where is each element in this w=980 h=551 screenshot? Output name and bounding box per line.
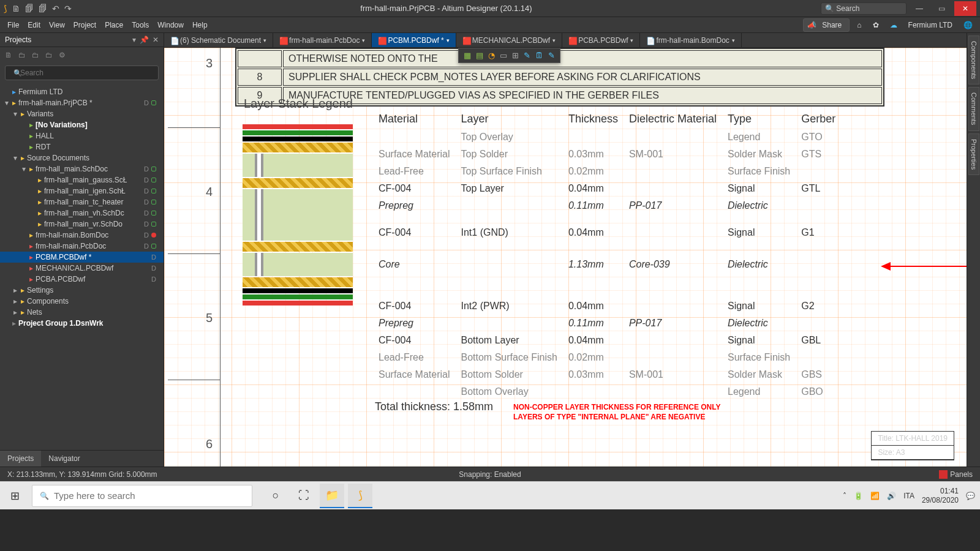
- tree-item[interactable]: ▸ Fermium LTD: [0, 86, 164, 97]
- tree-item[interactable]: ▸ [No Variations]: [0, 119, 164, 130]
- notifications-icon[interactable]: 💬: [966, 492, 975, 500]
- doc-tab[interactable]: 🟥PCBM.PCBDwf * ▾: [372, 33, 456, 47]
- clock[interactable]: 01:41 29/08/2020: [922, 487, 959, 504]
- tree-item[interactable]: ▸ PCBM.PCBDwf *D: [0, 252, 164, 263]
- menu-window[interactable]: Window: [154, 19, 187, 31]
- tool-icon[interactable]: ✎: [524, 51, 530, 60]
- tree-item[interactable]: ▸▸ Settings: [0, 285, 164, 296]
- doc-tab[interactable]: 📄(6) Schematic Document ▾: [164, 33, 273, 47]
- company-label[interactable]: Fermium LTD: [905, 19, 956, 31]
- battery-icon[interactable]: 🔋: [854, 492, 863, 500]
- tree-item[interactable]: ▾▸ Variants: [0, 108, 164, 119]
- tb-icon[interactable]: 🗀: [45, 51, 53, 59]
- volume-icon[interactable]: 🔊: [887, 492, 896, 500]
- wifi-icon[interactable]: 📶: [870, 492, 880, 500]
- tool-icon[interactable]: 🗓: [535, 51, 543, 60]
- home-icon[interactable]: ⌂: [853, 19, 865, 31]
- user-avatar-icon[interactable]: 🌐: [960, 19, 976, 31]
- menu-project[interactable]: Project: [70, 19, 100, 31]
- panel-close-icon[interactable]: ✕: [153, 36, 159, 44]
- app-logo-icon[interactable]: ⟆: [4, 4, 7, 13]
- footer-tab-navigator[interactable]: Navigator: [41, 451, 87, 467]
- tree-item[interactable]: ▾▸ frm-hall-main.PrjPCB *D: [0, 97, 164, 108]
- tree-item[interactable]: ▾▸ Source Documents: [0, 152, 164, 163]
- cloud-icon[interactable]: ☁: [886, 19, 901, 31]
- search-icon: 🔍: [40, 492, 49, 500]
- tree-item[interactable]: ▸ frm-hall_main_vr.SchDoD: [0, 219, 164, 230]
- tree-item[interactable]: ▸ MECHANICAL.PCBDwfD: [0, 263, 164, 274]
- tb-icon[interactable]: ↷: [64, 4, 72, 13]
- tb-icon[interactable]: ↶: [52, 4, 59, 13]
- altium-icon[interactable]: ⟆: [348, 484, 372, 508]
- menu-help[interactable]: Help: [189, 19, 211, 31]
- close-button[interactable]: ✕: [954, 1, 976, 16]
- explorer-icon[interactable]: 📁: [320, 484, 344, 508]
- panel-pin-icon[interactable]: 📌: [140, 36, 149, 44]
- tree-item[interactable]: ▸ RDT: [0, 141, 164, 152]
- footer-tab-projects[interactable]: Projects: [0, 451, 41, 467]
- window-title: frm-hall-main.PrjPCB - Altium Designer (…: [72, 4, 821, 13]
- panel-dropdown-icon[interactable]: ▾: [132, 36, 136, 44]
- tool-icon[interactable]: ▭: [500, 51, 507, 60]
- panel-title: Projects: [5, 36, 31, 44]
- menu-tools[interactable]: Tools: [128, 19, 153, 31]
- task-view-icon[interactable]: ⛶: [292, 484, 316, 508]
- tool-icon[interactable]: ▤: [476, 51, 483, 60]
- side-tab-components[interactable]: Components: [968, 36, 979, 84]
- menu-edit[interactable]: Edit: [24, 19, 44, 31]
- title-block: Title: LTK-HALL 2019 Size: A3: [871, 431, 954, 460]
- tree-item[interactable]: ▸ frm-hall-main.BomDocD: [0, 230, 164, 241]
- tb-icon[interactable]: 🗀: [18, 51, 26, 59]
- tb-icon[interactable]: 🗐: [25, 4, 34, 13]
- doc-tab[interactable]: 🟥PCBA.PCBDwf ▾: [562, 33, 640, 47]
- share-button[interactable]: 📣 Share: [803, 18, 850, 32]
- chevron-up-icon[interactable]: ˄: [843, 492, 846, 500]
- layer-table: MaterialLayerThicknessDielectric Materia…: [372, 109, 842, 401]
- doc-tab[interactable]: 📄frm-hall-main.BomDoc ▾: [640, 33, 741, 47]
- red-arrow-icon: [881, 259, 967, 274]
- tree-item[interactable]: ▸ Project Group 1.DsnWrk: [0, 318, 164, 329]
- tree-item[interactable]: ▸ frm-hall-main.PcbDocD: [0, 241, 164, 252]
- stack-title: Layer Stack Legend: [244, 97, 353, 111]
- tool-icon[interactable]: ▦: [464, 51, 471, 60]
- taskbar-search[interactable]: 🔍: [32, 485, 252, 507]
- global-search[interactable]: 🔍 Search: [821, 2, 907, 15]
- side-tab-properties[interactable]: Properties: [968, 133, 979, 175]
- tree-item[interactable]: ▾▸ frm-hall_main.SchDocD: [0, 163, 164, 174]
- tree-item[interactable]: ▸ frm-hall_main_tc_heaterD: [0, 197, 164, 208]
- side-tab-comments[interactable]: Comments: [968, 87, 979, 130]
- gear-icon[interactable]: ✿: [869, 19, 883, 31]
- tb-icon[interactable]: 🗐: [39, 4, 47, 13]
- drawing-canvas[interactable]: 3 4 5 6 OTHERWISE NOTED ONTO THE8SUPPLIE…: [164, 48, 967, 467]
- cortana-icon[interactable]: ○: [263, 484, 288, 508]
- tool-icon[interactable]: ⊞: [512, 51, 519, 60]
- menu-view[interactable]: View: [45, 19, 69, 31]
- minimize-button[interactable]: —: [910, 1, 929, 16]
- tool-icon[interactable]: ◔: [488, 51, 495, 60]
- tree-item[interactable]: ▸▸ Nets: [0, 307, 164, 318]
- tree-item[interactable]: ▸ frm-hall_main_igen.SchŁD: [0, 186, 164, 197]
- tree-item[interactable]: ▸ frm-hall_main_gauss.ScŁD: [0, 174, 164, 186]
- tree-item[interactable]: ▸▸ Components: [0, 296, 164, 307]
- tb-icon[interactable]: 🗎: [5, 51, 12, 59]
- doc-tab[interactable]: 🟥MECHANICAL.PCBDwf ▾: [456, 33, 562, 47]
- red-annotation: NON-COPPER LAYER THICKNESS FOR REFERENCE…: [513, 403, 721, 422]
- project-search-input[interactable]: [5, 66, 159, 80]
- tree-item[interactable]: ▸ PCBA.PCBDwfD: [0, 274, 164, 285]
- gutter-num: 3: [206, 56, 213, 70]
- svg-marker-1: [881, 262, 891, 271]
- tool-icon[interactable]: ✎: [548, 51, 555, 60]
- panels-button[interactable]: Panels: [950, 470, 973, 479]
- menu-place[interactable]: Place: [101, 19, 127, 31]
- tree-item[interactable]: ▸ HALL: [0, 130, 164, 141]
- menu-file[interactable]: File: [4, 19, 23, 31]
- tree-item[interactable]: ▸ frm-hall_main_vh.SchDcD: [0, 208, 164, 219]
- gear-icon[interactable]: ⚙: [59, 51, 66, 59]
- doc-tab[interactable]: 🟥frm-hall-main.PcbDoc ▾: [273, 33, 372, 47]
- maximize-button[interactable]: ▭: [932, 1, 951, 16]
- start-button[interactable]: ⊞: [0, 482, 29, 510]
- taskbar-search-input[interactable]: [54, 490, 244, 501]
- tb-icon[interactable]: 🗎: [12, 4, 20, 13]
- lang-indicator[interactable]: ITA: [903, 492, 914, 500]
- tb-icon[interactable]: 🗀: [32, 51, 39, 59]
